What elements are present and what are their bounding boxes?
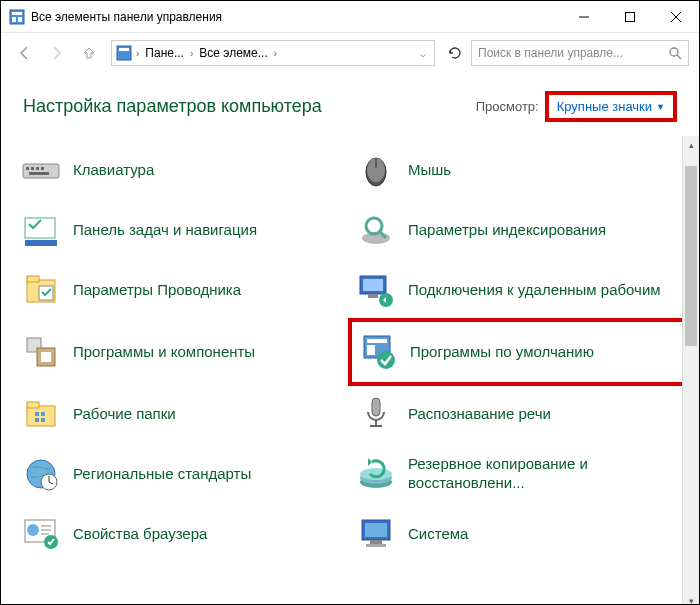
svg-rect-12 — [23, 164, 59, 178]
breadcrumb-item[interactable]: Пане... — [141, 46, 188, 60]
item-label: Рабочие папки — [73, 405, 176, 424]
item-label: Клавиатура — [73, 161, 154, 180]
svg-rect-60 — [365, 523, 387, 537]
breadcrumb-item[interactable]: Все элеме... — [195, 46, 271, 60]
svg-rect-1 — [12, 12, 22, 15]
item-label: Резервное копирование и восстановлени... — [408, 455, 681, 493]
svg-rect-44 — [35, 418, 39, 422]
region-icon — [19, 452, 63, 496]
close-button[interactable] — [653, 1, 699, 32]
item-label: Мышь — [408, 161, 451, 180]
svg-rect-3 — [18, 17, 22, 22]
keyboard-icon — [19, 148, 63, 192]
toolbar: › Пане... › Все элеме... › ⌵ — [1, 33, 699, 73]
svg-rect-13 — [26, 167, 29, 170]
back-button[interactable] — [11, 39, 39, 67]
microphone-icon — [354, 392, 398, 436]
forward-button[interactable] — [43, 39, 71, 67]
svg-rect-14 — [31, 167, 34, 170]
item-taskbar[interactable]: Панель задач и навигация — [15, 200, 350, 260]
item-label: Параметры Проводника — [73, 281, 241, 300]
item-default-programs[interactable]: Программы по умолчанию — [348, 318, 687, 386]
search-icon[interactable] — [668, 46, 682, 60]
item-label: Панель задач и навигация — [73, 221, 257, 240]
svg-rect-15 — [36, 167, 39, 170]
system-icon — [354, 512, 398, 556]
view-value: Крупные значки — [557, 99, 652, 114]
svg-rect-22 — [25, 240, 57, 246]
item-label: Система — [408, 525, 468, 544]
svg-point-39 — [377, 351, 395, 369]
control-panel-icon — [116, 45, 132, 61]
scroll-up-button[interactable]: ▴ — [683, 136, 699, 153]
item-explorer-options[interactable]: Параметры Проводника — [15, 260, 350, 320]
item-work-folders[interactable]: Рабочие папки — [15, 384, 350, 444]
item-label: Параметры индексирования — [408, 221, 606, 240]
programs-icon — [19, 330, 63, 374]
search-input[interactable] — [478, 46, 668, 60]
chevron-right-icon[interactable]: › — [134, 48, 141, 59]
page-title: Настройка параметров компьютера — [23, 96, 476, 117]
refresh-button[interactable] — [443, 41, 467, 65]
svg-rect-17 — [29, 172, 49, 175]
item-backup-restore[interactable]: Резервное копирование и восстановлени... — [350, 444, 685, 504]
mouse-icon — [354, 148, 398, 192]
remote-desktop-icon — [354, 268, 398, 312]
window-title: Все элементы панели управления — [31, 10, 561, 24]
header: Настройка параметров компьютера Просмотр… — [1, 73, 699, 136]
svg-rect-16 — [41, 167, 44, 170]
taskbar-icon — [19, 208, 63, 252]
item-system[interactable]: Система — [350, 504, 685, 564]
svg-rect-62 — [366, 544, 386, 547]
svg-rect-9 — [119, 48, 129, 51]
svg-rect-43 — [41, 412, 45, 416]
item-label: Распознавание речи — [408, 405, 551, 424]
backup-icon — [354, 452, 398, 496]
folder-options-icon — [19, 268, 63, 312]
item-remote-connections[interactable]: Подключения к удаленным рабочим — [350, 260, 685, 320]
chevron-right-icon[interactable]: › — [272, 48, 279, 59]
svg-rect-45 — [41, 418, 45, 422]
svg-rect-61 — [370, 540, 382, 544]
item-keyboard[interactable]: Клавиатура — [15, 140, 350, 200]
scroll-thumb[interactable] — [685, 166, 697, 346]
item-indexing[interactable]: Параметры индексирования — [350, 200, 685, 260]
indexing-icon — [354, 208, 398, 252]
svg-rect-46 — [372, 398, 380, 416]
up-button[interactable] — [75, 39, 103, 67]
internet-options-icon — [19, 512, 63, 556]
item-mouse[interactable]: Мышь — [350, 140, 685, 200]
content-area: Клавиатура Мышь Панель задач и навигация… — [1, 136, 699, 605]
svg-rect-30 — [363, 279, 383, 291]
titlebar: Все элементы панели управления — [1, 1, 699, 33]
item-programs-features[interactable]: Программы и компоненты — [15, 320, 350, 384]
item-speech-recognition[interactable]: Распознавание речи — [350, 384, 685, 444]
svg-rect-5 — [626, 12, 635, 21]
minimize-button[interactable] — [561, 1, 607, 32]
svg-rect-41 — [27, 402, 39, 408]
item-internet-options[interactable]: Свойства браузера — [15, 504, 350, 564]
svg-rect-27 — [27, 276, 39, 282]
items-grid: Клавиатура Мышь Панель задач и навигация… — [1, 136, 699, 568]
scroll-down-button[interactable]: ▾ — [683, 592, 699, 605]
svg-rect-37 — [367, 339, 387, 343]
scrollbar[interactable]: ▴ ▾ — [682, 136, 699, 605]
chevron-down-icon[interactable]: ⌵ — [420, 48, 430, 59]
view-label: Просмотр: — [476, 99, 539, 114]
control-panel-icon — [9, 9, 25, 25]
maximize-button[interactable] — [607, 1, 653, 32]
item-label: Программы и компоненты — [73, 343, 255, 362]
svg-point-24 — [366, 218, 382, 234]
svg-rect-31 — [368, 294, 378, 298]
search-box[interactable] — [471, 40, 689, 66]
svg-line-11 — [677, 55, 681, 59]
default-programs-icon — [356, 330, 400, 374]
chevron-right-icon[interactable]: › — [188, 48, 195, 59]
item-label: Программы по умолчанию — [410, 343, 594, 362]
view-dropdown[interactable]: Крупные значки ▼ — [545, 91, 677, 122]
svg-rect-2 — [12, 17, 16, 22]
breadcrumb[interactable]: › Пане... › Все элеме... › ⌵ — [111, 40, 435, 66]
svg-rect-35 — [41, 352, 51, 362]
item-label: Свойства браузера — [73, 525, 207, 544]
item-regional-settings[interactable]: Региональные стандарты — [15, 444, 350, 504]
